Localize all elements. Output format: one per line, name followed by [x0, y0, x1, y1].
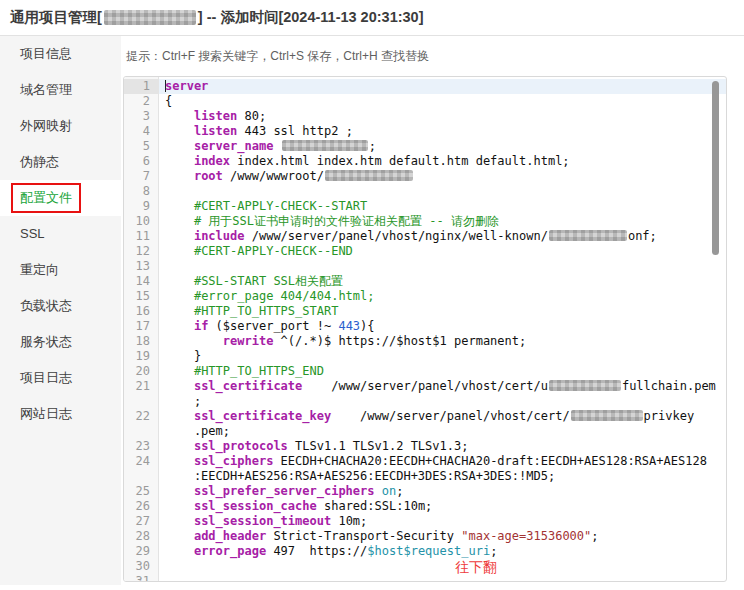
code-line-14[interactable]: 14 #SSL-START SSL相关配置	[124, 274, 726, 289]
code-rows[interactable]: 1server2{3 listen 80;4 listen 443 ssl ht…	[124, 77, 726, 582]
code-line-25[interactable]: 25 ssl_prefer_server_ciphers on;	[124, 484, 726, 499]
code-token: {	[165, 94, 172, 108]
code-line-20[interactable]: 20 #HTTP_TO_HTTPS_END	[124, 364, 726, 379]
code-text: #error_page 404/404.html;	[159, 289, 726, 304]
code-token	[165, 154, 194, 168]
code-token	[165, 109, 194, 123]
code-token: #CERT-APPLY-CHECK--END	[194, 244, 353, 258]
code-text: ssl_certificate_key /www/server/panel/vh…	[159, 409, 726, 424]
code-token	[165, 454, 194, 468]
line-number: 18	[124, 334, 159, 349]
code-line-21[interactable]: 21 ssl_certificate /www/server/panel/vho…	[124, 379, 726, 394]
code-token: index.html index.htm default.htm default…	[230, 154, 570, 168]
code-text: ssl_prefer_server_ciphers on;	[159, 484, 726, 499]
code-line-3[interactable]: 3 listen 80;	[124, 109, 726, 124]
code-token: server_name	[194, 139, 273, 153]
code-line-28[interactable]: 28 add_header Strict-Transport-Security …	[124, 529, 726, 544]
code-token	[165, 169, 194, 183]
code-line-11[interactable]: 11 include /www/server/panel/vhost/nginx…	[124, 229, 726, 244]
code-line-1[interactable]: 1server	[124, 79, 726, 94]
code-token	[165, 514, 194, 528]
code-line-15[interactable]: 15 #error_page 404/404.html;	[124, 289, 726, 304]
line-number: 22	[124, 409, 159, 424]
sidebar-item-负载状态[interactable]: 负载状态	[0, 288, 121, 324]
code-token: if	[194, 319, 208, 333]
code-text: }	[159, 349, 726, 364]
code-token: ;	[369, 139, 376, 153]
code-token	[165, 214, 194, 228]
code-text: rewrite ^(/.*)$ https://$host$1 permanen…	[159, 334, 726, 349]
code-token: ssl_certificate_key	[194, 409, 331, 423]
code-token	[165, 544, 194, 558]
code-line-31[interactable]: 31	[124, 574, 726, 582]
code-token: /www/server/panel/vhost/cert/u	[302, 379, 548, 393]
sidebar-item-label: 域名管理	[20, 82, 72, 97]
sidebar-item-域名管理[interactable]: 域名管理	[0, 72, 121, 108]
code-line-4[interactable]: 4 listen 443 ssl http2 ;	[124, 124, 726, 139]
config-editor[interactable]: 1server2{3 listen 80;4 listen 443 ssl ht…	[123, 76, 727, 582]
code-token	[165, 529, 194, 543]
sidebar-item-外网映射[interactable]: 外网映射	[0, 108, 121, 144]
sidebar-item-SSL[interactable]: SSL	[0, 216, 121, 252]
sidebar-item-服务状态[interactable]: 服务状态	[0, 324, 121, 360]
code-line-9[interactable]: 9 #CERT-APPLY-CHECK--START	[124, 199, 726, 214]
code-line-29[interactable]: 29 error_page 497 https://$host$request_…	[124, 544, 726, 559]
code-token: .pem;	[165, 424, 230, 438]
code-line-27[interactable]: 27 ssl_session_timeout 10m;	[124, 514, 726, 529]
line-number: 12	[124, 244, 159, 259]
line-number: 26	[124, 499, 159, 514]
code-text: #SSL-START SSL相关配置	[159, 274, 726, 289]
line-number: 17	[124, 319, 159, 334]
code-text: ssl_session_timeout 10m;	[159, 514, 726, 529]
code-line-wrap[interactable]: ;	[124, 394, 726, 409]
code-token	[165, 319, 194, 333]
sidebar-item-项目信息[interactable]: 项目信息	[0, 36, 121, 72]
code-line-6[interactable]: 6 index index.html index.htm default.htm…	[124, 154, 726, 169]
code-token: 497 https://	[266, 544, 367, 558]
code-token	[165, 289, 194, 303]
code-token: #error_page 404/404.html;	[194, 289, 375, 303]
editor-scrollbar-thumb[interactable]	[712, 81, 719, 255]
code-line-8[interactable]: 8	[124, 184, 726, 199]
code-token: 10m;	[331, 514, 367, 528]
code-line-wrap[interactable]: :EECDH+AES256:RSA+AES256:EECDH+3DES:RSA+…	[124, 469, 726, 484]
code-text: error_page 497 https://$host$request_uri…	[159, 544, 726, 559]
code-line-7[interactable]: 7 root /www/wwwroot/	[124, 169, 726, 184]
sidebar-item-伪静态[interactable]: 伪静态	[0, 144, 121, 180]
code-line-30[interactable]: 30	[124, 559, 726, 574]
redacted-project-name	[104, 10, 196, 25]
code-line-5[interactable]: 5 server_name ;	[124, 139, 726, 154]
code-line-10[interactable]: 10 # 用于SSL证书申请时的文件验证相关配置 -- 请勿删除	[124, 214, 726, 229]
code-text: if ($server_port !~ 443){	[159, 319, 726, 334]
sidebar-item-重定向[interactable]: 重定向	[0, 252, 121, 288]
code-token	[165, 139, 194, 153]
code-line-26[interactable]: 26 ssl_session_cache shared:SSL:10m;	[124, 499, 726, 514]
line-number: 28	[124, 529, 159, 544]
code-token: #HTTP_TO_HTTPS_END	[194, 364, 324, 378]
code-token: on	[382, 484, 396, 498]
code-line-wrap[interactable]: .pem;	[124, 424, 726, 439]
code-text	[159, 259, 726, 274]
line-number: 5	[124, 139, 159, 154]
code-token: ^(/.*)$ https://$host$1 permanent;	[273, 334, 526, 348]
line-number: 20	[124, 364, 159, 379]
line-number: 4	[124, 124, 159, 139]
code-token: 80;	[237, 109, 266, 123]
code-line-13[interactable]: 13	[124, 259, 726, 274]
code-line-19[interactable]: 19 }	[124, 349, 726, 364]
code-line-24[interactable]: 24 ssl_ciphers EECDH+CHACHA20:EECDH+CHAC…	[124, 454, 726, 469]
sidebar-item-网站日志[interactable]: 网站日志	[0, 396, 121, 432]
line-number: 31	[124, 574, 159, 582]
code-token: EECDH+CHACHA20:EECDH+CHACHA20-draft:EECD…	[273, 454, 706, 468]
code-line-18[interactable]: 18 rewrite ^(/.*)$ https://$host$1 perma…	[124, 334, 726, 349]
code-line-2[interactable]: 2{	[124, 94, 726, 109]
code-line-17[interactable]: 17 if ($server_port !~ 443){	[124, 319, 726, 334]
sidebar-item-项目日志[interactable]: 项目日志	[0, 360, 121, 396]
code-line-23[interactable]: 23 ssl_protocols TLSv1.1 TLSv1.2 TLSv1.3…	[124, 439, 726, 454]
code-line-22[interactable]: 22 ssl_certificate_key /www/server/panel…	[124, 409, 726, 424]
code-line-16[interactable]: 16 #HTTP_TO_HTTPS_START	[124, 304, 726, 319]
code-line-12[interactable]: 12 #CERT-APPLY-CHECK--END	[124, 244, 726, 259]
code-text: #HTTP_TO_HTTPS_END	[159, 364, 726, 379]
sidebar-item-配置文件[interactable]: 配置文件	[0, 180, 121, 216]
code-token	[165, 124, 194, 138]
